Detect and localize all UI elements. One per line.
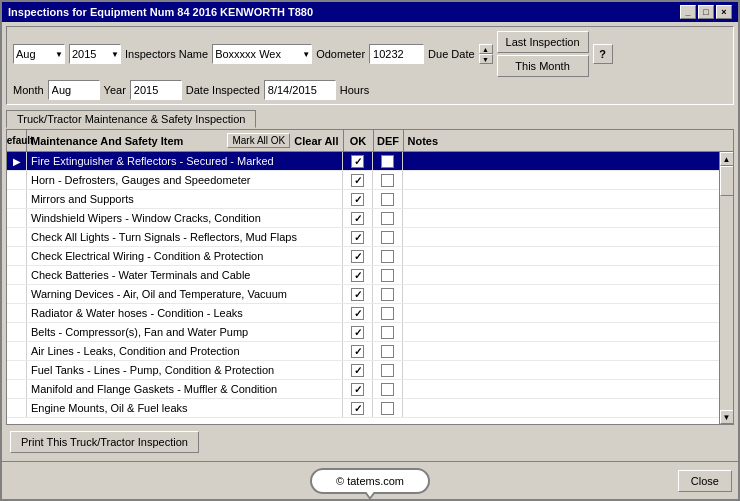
row-def[interactable] <box>373 342 403 360</box>
def-checkbox[interactable] <box>381 269 394 282</box>
def-checkbox[interactable] <box>381 250 394 263</box>
help-button[interactable]: ? <box>593 44 613 64</box>
row-arrow <box>7 361 27 379</box>
odometer-label: Odometer <box>316 48 365 60</box>
row-ok[interactable]: ✓ <box>343 342 373 360</box>
ok-checkbox[interactable]: ✓ <box>351 326 364 339</box>
ok-checkbox[interactable]: ✓ <box>351 288 364 301</box>
row-ok[interactable]: ✓ <box>343 228 373 246</box>
def-checkbox[interactable] <box>381 231 394 244</box>
maximize-button[interactable]: □ <box>698 5 714 19</box>
row-def[interactable] <box>373 399 403 417</box>
table-row[interactable]: Windshield Wipers - Window Cracks, Condi… <box>7 209 719 228</box>
ok-checkbox[interactable]: ✓ <box>351 250 364 263</box>
year-select[interactable]: 2015 <box>69 44 121 64</box>
tab-maintenance[interactable]: Truck/Tractor Maintenance & Safety Inspe… <box>6 110 256 128</box>
date-inspected-input[interactable] <box>264 80 336 100</box>
row-ok[interactable]: ✓ <box>343 266 373 284</box>
row-def[interactable] <box>373 323 403 341</box>
row-ok[interactable]: ✓ <box>343 247 373 265</box>
row-def[interactable] <box>373 209 403 227</box>
def-checkbox[interactable] <box>381 155 394 168</box>
row-def[interactable] <box>373 361 403 379</box>
ok-checkbox[interactable]: ✓ <box>351 231 364 244</box>
controls-row2: Month Year Date Inspected Hours <box>13 80 727 100</box>
month-input[interactable] <box>48 80 100 100</box>
row-def[interactable] <box>373 247 403 265</box>
row-ok[interactable]: ✓ <box>343 323 373 341</box>
def-checkbox[interactable] <box>381 288 394 301</box>
row-def[interactable] <box>373 285 403 303</box>
ok-checkbox[interactable]: ✓ <box>351 345 364 358</box>
scroll-up-button[interactable]: ▲ <box>720 152 734 166</box>
row-ok[interactable]: ✓ <box>343 209 373 227</box>
row-notes <box>403 323 719 341</box>
copyright-text: © tatems.com <box>336 475 404 487</box>
scroll-down-button[interactable]: ▼ <box>720 410 734 424</box>
row-def[interactable] <box>373 304 403 322</box>
def-checkbox[interactable] <box>381 345 394 358</box>
row-ok[interactable]: ✓ <box>343 304 373 322</box>
table-row[interactable]: Air Lines - Leaks, Condition and Protect… <box>7 342 719 361</box>
ok-checkbox[interactable]: ✓ <box>351 307 364 320</box>
row-arrow <box>7 228 27 246</box>
table-row[interactable]: Belts - Compressor(s), Fan and Water Pum… <box>7 323 719 342</box>
row-def[interactable] <box>373 152 403 170</box>
this-month-button[interactable]: This Month <box>497 55 589 77</box>
year-input[interactable] <box>130 80 182 100</box>
table-row[interactable]: Check All Lights - Turn Signals - Reflec… <box>7 228 719 247</box>
def-checkbox[interactable] <box>381 174 394 187</box>
def-checkbox[interactable] <box>381 307 394 320</box>
def-checkbox[interactable] <box>381 402 394 415</box>
row-def[interactable] <box>373 171 403 189</box>
odometer-input[interactable] <box>369 44 424 64</box>
row-ok[interactable]: ✓ <box>343 171 373 189</box>
table-row[interactable]: Fuel Tanks - Lines - Pump, Condition & P… <box>7 361 719 380</box>
row-ok[interactable]: ✓ <box>343 380 373 398</box>
def-checkbox[interactable] <box>381 193 394 206</box>
ok-checkbox[interactable]: ✓ <box>351 193 364 206</box>
row-def[interactable] <box>373 380 403 398</box>
table-row[interactable]: Mirrors and Supports✓ <box>7 190 719 209</box>
row-def[interactable] <box>373 266 403 284</box>
ok-checkbox[interactable]: ✓ <box>351 364 364 377</box>
ok-checkbox[interactable]: ✓ <box>351 155 364 168</box>
row-ok[interactable]: ✓ <box>343 399 373 417</box>
row-ok[interactable]: ✓ <box>343 361 373 379</box>
mark-all-button[interactable]: Mark All OK <box>227 133 290 148</box>
row-ok[interactable]: ✓ <box>343 152 373 170</box>
table-row[interactable]: Check Batteries - Water Terminals and Ca… <box>7 266 719 285</box>
ok-checkbox[interactable]: ✓ <box>351 212 364 225</box>
ok-checkbox[interactable]: ✓ <box>351 402 364 415</box>
controls-row1: Aug 2015 Inspectors Name Boxxxxx Wex <box>13 31 727 77</box>
row-ok[interactable]: ✓ <box>343 285 373 303</box>
row-def[interactable] <box>373 190 403 208</box>
table-row[interactable]: Horn - Defrosters, Gauges and Speedomete… <box>7 171 719 190</box>
ok-checkbox[interactable]: ✓ <box>351 383 364 396</box>
table-row[interactable]: Warning Devices - Air, Oil and Temperatu… <box>7 285 719 304</box>
def-checkbox[interactable] <box>381 364 394 377</box>
print-button[interactable]: Print This Truck/Tractor Inspection <box>10 431 199 453</box>
row-ok[interactable]: ✓ <box>343 190 373 208</box>
table-row[interactable]: Check Electrical Wiring - Condition & Pr… <box>7 247 719 266</box>
last-inspection-button[interactable]: Last Inspection <box>497 31 589 53</box>
ok-checkbox[interactable]: ✓ <box>351 174 364 187</box>
close-button[interactable]: Close <box>678 470 732 492</box>
row-def[interactable] <box>373 228 403 246</box>
spin-up[interactable]: ▲ <box>479 44 493 54</box>
def-checkbox[interactable] <box>381 383 394 396</box>
inspector-select[interactable]: Boxxxxx Wex <box>212 44 312 64</box>
table-row[interactable]: ▶Fire Extinguisher & Reflectors - Secure… <box>7 152 719 171</box>
table-row[interactable]: Manifold and Flange Gaskets - Muffler & … <box>7 380 719 399</box>
close-window-button[interactable]: × <box>716 5 732 19</box>
spin-down[interactable]: ▼ <box>479 54 493 64</box>
month-select[interactable]: Aug <box>13 44 65 64</box>
ok-checkbox[interactable]: ✓ <box>351 269 364 282</box>
table-row[interactable]: Radiator & Water hoses - Condition - Lea… <box>7 304 719 323</box>
def-checkbox[interactable] <box>381 212 394 225</box>
def-checkbox[interactable] <box>381 326 394 339</box>
window-title: Inspections for Equipment Num 84 2016 KE… <box>8 6 680 18</box>
col-notes-header: Notes <box>404 130 720 151</box>
table-row[interactable]: Engine Mounts, Oil & Fuel leaks✓ <box>7 399 719 418</box>
minimize-button[interactable]: _ <box>680 5 696 19</box>
